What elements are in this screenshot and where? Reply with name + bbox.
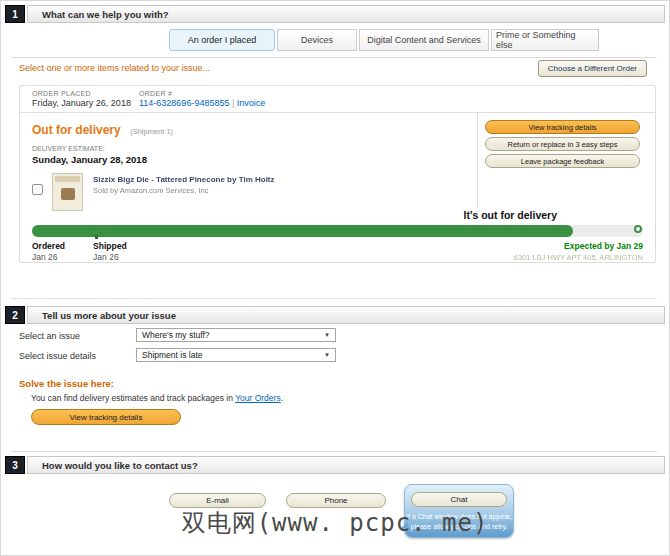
select-issue-label: Select an issue (19, 331, 80, 341)
shipped-tick-mark (95, 235, 98, 239)
section-3-badge: 3 (5, 456, 25, 474)
order-number-label: ORDER # (139, 90, 265, 97)
shipment-details: Out for delivery (Shipment 1) DELIVERY E… (20, 113, 478, 207)
order-item-row: Sizzix Bigz Die - Tattered Pinecone by T… (32, 173, 465, 211)
leave-package-feedback-button[interactable]: Leave package feedback (485, 154, 640, 168)
section-1-header: 1 What can we help you with? (5, 5, 665, 23)
tracker-status-text: It's out for delivery (32, 209, 643, 223)
issue-details-dropdown-value: Shipment is late (142, 350, 202, 360)
item-sold-by: Sold by Amazon.com Services, Inc (93, 186, 275, 195)
delivery-estimate-label: DELIVERY ESTIMATE: (32, 145, 465, 152)
progress-fill (32, 225, 573, 237)
order-placed-label: ORDER PLACED (32, 90, 139, 97)
ordered-label: Ordered (32, 241, 65, 251)
shipped-label: Shipped (93, 241, 127, 251)
section-1-title: What can we help you with? (27, 5, 665, 23)
divider (11, 57, 657, 58)
issue-dropdown[interactable]: Where's my stuff? ▼ (136, 328, 336, 342)
tab-prime-or-something-else[interactable]: Prime or Something else (491, 29, 599, 51)
return-or-replace-button[interactable]: Return or replace in 3 easy steps (485, 137, 640, 151)
tracker-labels: Ordered Jan 26 Shipped Jan 26 Expected b… (32, 241, 643, 267)
order-card: ORDER PLACED Friday, January 26, 2018 OR… (19, 85, 656, 263)
watermark-text: 双电网(www. pcpc. me) (1, 507, 669, 539)
invoice-link[interactable]: Invoice (237, 98, 266, 108)
section-1-badge: 1 (5, 5, 25, 23)
delivery-end-circle (634, 225, 642, 233)
section-2-badge: 2 (5, 306, 25, 324)
ordered-date: Jan 26 (32, 252, 65, 262)
tracker-bar (32, 225, 643, 237)
section-3-title: How would you like to contact us? (27, 456, 665, 474)
shipment-tracker: It's out for delivery Ordered Jan 26 Shi… (20, 207, 655, 267)
choose-different-order-button[interactable]: Choose a Different Order (538, 60, 647, 77)
solve-text-before: You can find delivery estimates and trac… (31, 393, 235, 403)
milestone-ordered: Ordered Jan 26 (32, 241, 65, 262)
select-issue-details-label: Select issue details (19, 351, 96, 361)
delivery-estimate-value: Sunday, January 28, 2018 (32, 154, 465, 165)
order-placed-value: Friday, January 26, 2018 (32, 98, 139, 108)
shipment-status-title: Out for delivery (32, 123, 121, 137)
delivery-address: 6301 LBJ HWY APT 405, ARLINGTON (514, 253, 643, 262)
expected-by-label: Expected by Jan 29 (514, 241, 643, 251)
issue-dropdown-value: Where's my stuff? (142, 330, 210, 340)
divider (11, 298, 657, 299)
item-thumbnail (52, 173, 83, 211)
milestone-shipped: Shipped Jan 26 (93, 241, 127, 262)
milestone-expected: Expected by Jan 29 6301 LBJ HWY APT 405,… (514, 241, 643, 262)
email-button[interactable]: E-mail (169, 493, 266, 508)
tab-digital-content-and-services[interactable]: Digital Content and Services (359, 29, 489, 51)
phone-button[interactable]: Phone (286, 493, 386, 508)
section-2-header: 2 Tell us more about your issue (5, 306, 665, 324)
select-items-note: Select one or more items related to your… (19, 63, 210, 73)
order-actions: View tracking details Return or replace … (478, 113, 655, 207)
help-category-tabs: An order I placed Devices Digital Conten… (169, 29, 601, 51)
order-header: ORDER PLACED Friday, January 26, 2018 OR… (20, 86, 655, 113)
view-tracking-details-button[interactable]: View tracking details (485, 120, 640, 134)
chat-button[interactable]: Chat (411, 492, 507, 507)
solve-issue-text: You can find delivery estimates and trac… (31, 393, 283, 403)
view-tracking-details-button-2[interactable]: View tracking details (31, 409, 181, 425)
order-number-link[interactable]: 114-6328696-9485855 (139, 98, 229, 108)
separator: | (232, 98, 234, 108)
chevron-down-icon: ▼ (324, 332, 330, 338)
tab-an-order-i-placed[interactable]: An order I placed (169, 29, 275, 51)
section-3-header: 3 How would you like to contact us? (5, 456, 665, 474)
item-checkbox[interactable] (32, 184, 43, 195)
issue-details-dropdown[interactable]: Shipment is late ▼ (136, 348, 336, 362)
your-orders-link[interactable]: Your Orders (235, 393, 281, 403)
solve-issue-title: Solve the issue here: (19, 378, 114, 389)
tab-devices[interactable]: Devices (277, 29, 357, 51)
solve-text-after: . (281, 393, 283, 403)
shipment-number-label: (Shipment 1) (130, 127, 173, 136)
divider (11, 451, 657, 452)
shipped-date: Jan 26 (93, 252, 127, 262)
chevron-down-icon: ▼ (324, 352, 330, 358)
section-2-title: Tell us more about your issue (27, 306, 665, 324)
item-title[interactable]: Sizzix Bigz Die - Tattered Pinecone by T… (93, 175, 275, 184)
amazon-contact-us-page: 1 What can we help you with? An order I … (0, 0, 670, 556)
